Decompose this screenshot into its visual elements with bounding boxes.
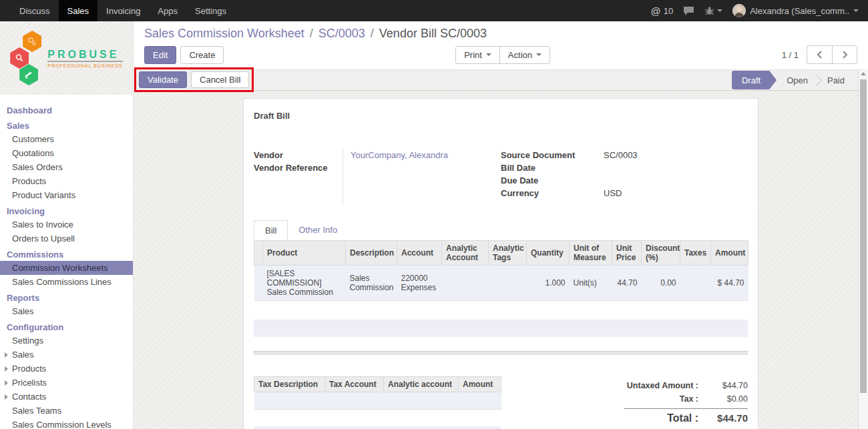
sidebar-item-customers[interactable]: Customers	[0, 132, 133, 146]
tax-row: Tax : $0.00	[624, 392, 748, 406]
sidebar-item-contacts[interactable]: Contacts	[0, 390, 133, 404]
cancel-bill-button[interactable]: Cancel Bill	[191, 71, 249, 88]
sidebar-item-sales-orders[interactable]: Sales Orders	[0, 160, 133, 174]
bug-icon	[704, 6, 714, 16]
action-button[interactable]: Action	[499, 46, 550, 64]
tab-other-info[interactable]: Other Info	[288, 220, 348, 240]
messages-button[interactable]	[683, 6, 694, 16]
sidebar-item-settings[interactable]: Settings	[0, 334, 133, 348]
caret-down-icon	[853, 9, 859, 12]
sidebar-item-commission-worksheets[interactable]: Commission Worksheets	[0, 261, 133, 275]
col-analytic-account: Analytic Account	[442, 241, 489, 266]
top-navbar: Discuss Sales Invoicing Apps Settings @ …	[0, 0, 868, 21]
source-document-label: Source Document	[501, 149, 596, 161]
nav-apps[interactable]: Apps	[149, 0, 186, 21]
breadcrumb-sc0003-link[interactable]: SC/0003	[318, 27, 379, 40]
cell-account: 220000 Expenses	[397, 266, 442, 301]
sidebar-item-config-sales[interactable]: Sales	[0, 348, 133, 362]
vendor-reference-label: Vendor Reference	[254, 161, 343, 174]
nav-sales[interactable]: Sales	[59, 0, 98, 21]
sidebar-item-config-products[interactable]: Products	[0, 362, 133, 376]
cell-description: Sales Commission	[346, 266, 397, 301]
sidebar-item-sales-to-invoice[interactable]: Sales to Invoice	[0, 218, 133, 232]
sidebar-item-pricelists[interactable]: Pricelists	[0, 376, 133, 390]
app-logo[interactable]: PROBUSE PROFESSIONAL BUSINESS	[0, 21, 133, 95]
sidebar-heading-reports[interactable]: Reports	[0, 289, 133, 304]
create-button[interactable]: Create	[180, 46, 224, 64]
vendor-value-link[interactable]: YourCompany, Alexandra	[343, 149, 501, 161]
sidebar-item-label: Pricelists	[12, 378, 47, 388]
debug-menu-button[interactable]	[704, 6, 722, 16]
col-tax-description: Tax Description	[254, 377, 325, 392]
vertical-scrollbar[interactable]	[858, 69, 868, 429]
breadcrumb: Sales Commission WorksheetSC/0003Vendor …	[144, 25, 857, 41]
sidebar-item-orders-to-upsell[interactable]: Orders to Upsell	[0, 232, 133, 246]
form-view-container: Draft Bill Vendor YourCompany, Alexandra…	[134, 91, 868, 429]
col-unit-of-measure: Unit of Measure	[570, 241, 612, 266]
caret-down-icon	[717, 9, 722, 12]
mention-count: 10	[664, 6, 673, 16]
edit-button[interactable]: Edit	[144, 46, 176, 64]
logo-text: PROBUSE PROFESSIONAL BUSINESS	[47, 49, 123, 68]
control-buttons-row: Edit Create Print Action 1 / 1	[144, 45, 857, 64]
sidebar-item-label: Products	[12, 364, 46, 374]
sidebar-heading-configuration[interactable]: Configuration	[0, 318, 133, 334]
mentions-button[interactable]: @ 10	[650, 6, 673, 16]
mention-icon: @	[650, 6, 660, 16]
untaxed-amount-value: $44.70	[705, 379, 748, 392]
main-menu: Discuss Sales Invoicing Apps Settings	[0, 0, 235, 21]
sidebar-item-sales-commissions-lines[interactable]: Sales Commissions Lines	[0, 275, 133, 289]
untaxed-amount-label: Untaxed Amount :	[627, 379, 698, 392]
sidebar-item-product-variants[interactable]: Product Variants	[0, 188, 133, 202]
invoice-line-row[interactable]: [SALES COMMISSION] Sales Commission Sale…	[254, 266, 748, 301]
currency-label: Currency	[501, 187, 596, 199]
currency-value: USD	[596, 187, 748, 199]
col-description: Description	[346, 241, 397, 266]
validate-button[interactable]: Validate	[139, 71, 187, 88]
cell-quantity: 1.000	[527, 266, 570, 301]
pager-next-button[interactable]	[832, 45, 857, 64]
notebook-tabs: Bill Other Info	[254, 220, 748, 240]
sidebar-item-sales-root[interactable]: Sales	[0, 117, 133, 132]
vendor-label: Vendor	[254, 149, 343, 161]
taxes-and-totals: Tax Description Tax Account Analytic acc…	[254, 376, 748, 429]
status-paid: Paid	[817, 70, 855, 90]
nav-discuss[interactable]: Discuss	[11, 0, 59, 21]
document-state-title: Draft Bill	[254, 111, 748, 121]
scrollbar-thumb[interactable]	[860, 79, 867, 393]
sidebar-item-dashboard[interactable]: Dashboard	[0, 97, 133, 117]
statusbar: Draft Open Paid	[732, 70, 868, 90]
expand-arrow-icon	[5, 394, 8, 400]
col-tax-amount: Amount	[459, 377, 501, 392]
print-button[interactable]: Print	[455, 46, 500, 64]
sidebar-heading-commissions[interactable]: Commissions	[0, 246, 133, 261]
handle-column-header	[254, 241, 263, 266]
sidebar-item-sales-teams[interactable]: Sales Teams	[0, 404, 133, 418]
sidebar-item-products[interactable]: Products	[0, 174, 133, 188]
logo-subtitle: PROFESSIONAL BUSINESS	[47, 61, 123, 68]
col-tax-account: Tax Account	[325, 377, 384, 392]
logo-title: PROBUSE	[47, 49, 123, 61]
nav-invoicing[interactable]: Invoicing	[97, 0, 149, 21]
sidebar-item-quotations[interactable]: Quotations	[0, 146, 133, 160]
right-field-group: Source Document SC/0003 Bill Date Due Da…	[501, 149, 748, 205]
total-label: Total :	[667, 412, 698, 425]
sidebar-item-sales-commission-levels[interactable]: Sales Commission Levels	[0, 418, 133, 429]
cell-taxes	[680, 266, 711, 301]
horizontal-scrollbar[interactable]	[254, 351, 748, 355]
sidebar: PROBUSE PROFESSIONAL BUSINESS Dashboard …	[0, 21, 134, 429]
sidebar-item-reports-sales[interactable]: Sales	[0, 304, 133, 318]
gear-hexagon-icon	[23, 31, 41, 52]
scroll-up-button[interactable]	[859, 69, 868, 78]
nav-settings[interactable]: Settings	[186, 0, 235, 21]
empty-list-row	[254, 426, 501, 429]
sidebar-heading-invoicing[interactable]: Invoicing	[0, 202, 133, 218]
action-button-label: Action	[508, 50, 532, 60]
breadcrumb-worksheet-link[interactable]: Sales Commission Worksheet	[144, 27, 318, 40]
tab-bill[interactable]: Bill	[254, 220, 288, 240]
user-menu-button[interactable]: Alexandra (Sales_comm..	[732, 4, 859, 17]
navbar-systray: @ 10 Alexandra (Sales_	[650, 0, 868, 21]
magnifier-hexagon-icon	[10, 47, 29, 69]
triangle-up-icon	[861, 72, 866, 75]
pager-previous-button[interactable]	[807, 45, 832, 64]
